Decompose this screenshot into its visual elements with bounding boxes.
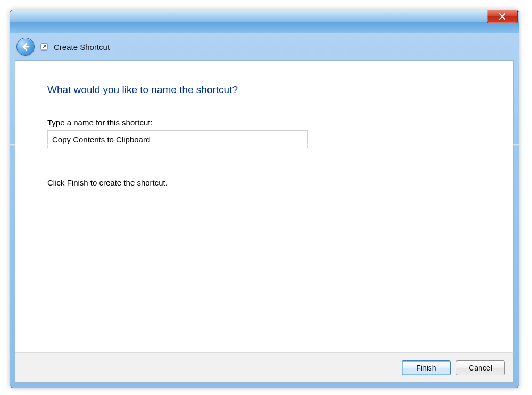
shortcut-icon [40, 43, 48, 51]
footer: Finish Cancel [15, 352, 514, 383]
shortcut-name-label: Type a name for this shortcut: [47, 118, 481, 127]
back-button[interactable] [16, 38, 35, 56]
shortcut-name-input[interactable] [47, 130, 308, 148]
wizard-instruction: Click Finish to create the shortcut. [47, 178, 481, 187]
finish-button[interactable]: Finish [402, 360, 451, 375]
titlebar [10, 10, 519, 33]
window-title: Create Shortcut [54, 43, 110, 52]
close-icon [498, 13, 506, 20]
wizard-window: Create Shortcut What would you like to n… [10, 10, 519, 388]
cancel-button[interactable]: Cancel [456, 360, 505, 375]
wizard-heading: What would you like to name the shortcut… [47, 84, 481, 96]
header-row: Create Shortcut [10, 33, 519, 60]
close-button[interactable] [487, 10, 518, 23]
content-area: What would you like to name the shortcut… [15, 60, 514, 352]
back-arrow-icon [21, 42, 30, 52]
